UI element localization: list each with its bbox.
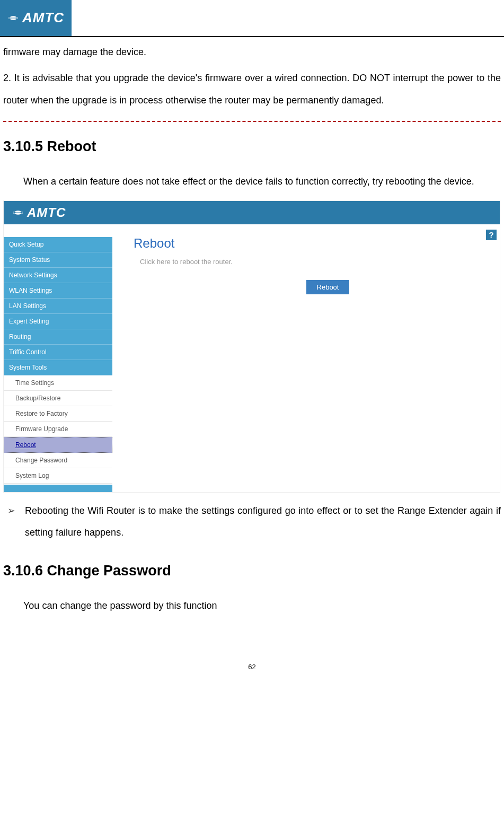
sidebar-sub-restore-factory[interactable]: Restore to Factory bbox=[4, 406, 112, 422]
router-content: ? Reboot Click here to reboot the router… bbox=[112, 224, 500, 492]
section-reboot-body: When a certain feature does not take eff… bbox=[3, 171, 501, 192]
sidebar-sub-change-password[interactable]: Change Password bbox=[4, 453, 112, 468]
sidebar-item-system-status[interactable]: System Status bbox=[4, 252, 112, 268]
bullet-item: ➢ Rebooting the Wifi Router is to make t… bbox=[3, 500, 501, 544]
sidebar-item-routing[interactable]: Routing bbox=[4, 329, 112, 345]
sidebar-item-network-settings[interactable]: Network Settings bbox=[4, 268, 112, 283]
doc-brand-text: AMTC bbox=[22, 2, 64, 34]
top-rule bbox=[0, 36, 504, 37]
section-heading-reboot: 3.10.5 Reboot bbox=[3, 138, 501, 155]
content-title: Reboot bbox=[134, 237, 490, 250]
section-heading-change-password: 3.10.6 Change Password bbox=[3, 562, 501, 579]
intro-paragraph-2: 2. It is advisable that you upgrade the … bbox=[3, 67, 501, 111]
sidebar-sub-time-settings[interactable]: Time Settings bbox=[4, 375, 112, 391]
swoosh-icon bbox=[12, 207, 24, 218]
sidebar-sub-reboot[interactable]: Reboot bbox=[4, 437, 112, 453]
sidebar-item-system-tools[interactable]: System Tools bbox=[4, 360, 112, 375]
sidebar-item-quick-setup[interactable]: Quick Setup bbox=[4, 237, 112, 252]
doc-brand-logo: AMTC bbox=[0, 0, 72, 36]
help-icon[interactable]: ? bbox=[486, 230, 497, 240]
content-subtitle: Click here to reboot the router. bbox=[140, 258, 490, 265]
sidebar-item-wlan-settings[interactable]: WLAN Settings bbox=[4, 283, 112, 299]
sidebar-item-lan-settings[interactable]: LAN Settings bbox=[4, 299, 112, 314]
sidebar-sub-backup-restore[interactable]: Backup/Restore bbox=[4, 391, 112, 406]
sidebar-item-triffic-control[interactable]: Triffic Control bbox=[4, 345, 112, 360]
intro-paragraph-1: firmware may damage the device. bbox=[3, 41, 501, 63]
help-symbol: ? bbox=[489, 231, 493, 239]
sidebar-sub-system-log[interactable]: System Log bbox=[4, 468, 112, 484]
bullet-text: Rebooting the Wifi Router is to make the… bbox=[25, 500, 501, 544]
page-number: 62 bbox=[3, 659, 501, 675]
red-dashed-divider bbox=[3, 121, 501, 122]
section-password-body: You can change the password by this func… bbox=[3, 595, 501, 617]
router-ui-header: AMTC bbox=[4, 201, 500, 224]
sidebar: Quick Setup System Status Network Settin… bbox=[4, 224, 112, 492]
router-ui-screenshot: AMTC Quick Setup System Status Network S… bbox=[3, 200, 500, 493]
bullet-marker-icon: ➢ bbox=[3, 500, 15, 544]
swoosh-icon bbox=[7, 12, 19, 24]
sidebar-tail bbox=[4, 485, 112, 492]
sidebar-sub-firmware-upgrade[interactable]: Firmware Upgrade bbox=[4, 422, 112, 437]
reboot-button[interactable]: Reboot bbox=[306, 280, 350, 294]
router-ui-brand: AMTC bbox=[27, 206, 66, 219]
sidebar-item-expert-setting[interactable]: Expert Setting bbox=[4, 314, 112, 329]
